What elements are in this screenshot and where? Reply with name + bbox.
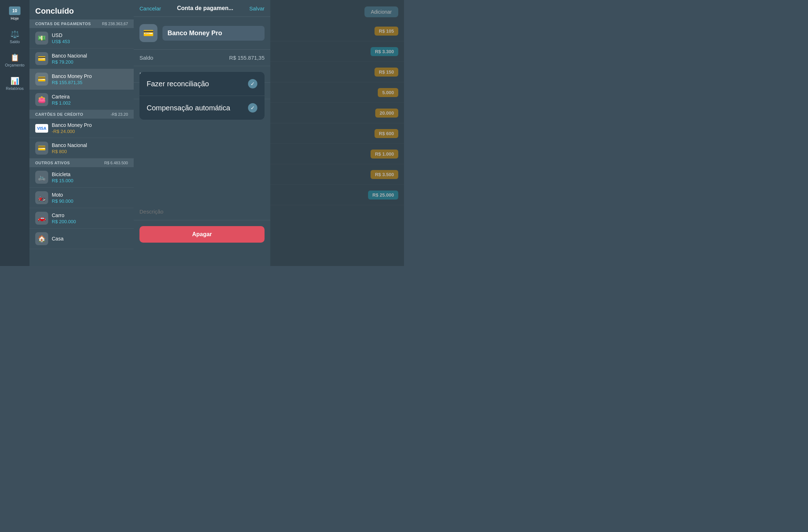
account-bicicleta[interactable]: 🚲 Bicicleta R$ 15.000 bbox=[29, 167, 134, 188]
detail-panel-title: Conta de pagamen... bbox=[177, 5, 233, 12]
today-number: 10 bbox=[12, 9, 17, 13]
account-bicicleta-name: Bicicleta bbox=[52, 171, 73, 177]
account-bn-info: Banco Nacional R$ 79.200 bbox=[52, 53, 87, 65]
orcamento-icon: 📋 bbox=[10, 53, 19, 62]
bicicleta-icon: 🚲 bbox=[35, 171, 48, 184]
account-carro-info: Carro R$ 200.000 bbox=[52, 212, 76, 224]
account-moto-info: Moto R$ 90.000 bbox=[52, 192, 73, 204]
account-usd-balance: US$ 453 bbox=[52, 39, 70, 44]
reconciliacao-check[interactable]: ✓ bbox=[248, 79, 257, 88]
sidebar-item-today[interactable]: 10 Hoje bbox=[2, 4, 27, 23]
sidebar-label-saldo: Saldo bbox=[10, 40, 20, 44]
action-overlay: Fazer reconciliação ✓ Compensação automá… bbox=[139, 72, 265, 120]
sidebar: 10 Hoje ⚖️ Saldo 📋 Orçamento 📊 Relatório… bbox=[0, 0, 29, 266]
section-contas-title: CONTAS DE PAGAMENTOS bbox=[35, 22, 91, 26]
account-usd-info: USD US$ 453 bbox=[52, 32, 70, 44]
account-usd-name: USD bbox=[52, 32, 70, 38]
account-carro-balance: R$ 200.000 bbox=[52, 219, 76, 224]
account-carteira-name: Carteira bbox=[52, 94, 71, 100]
save-button[interactable]: Salvar bbox=[249, 5, 265, 12]
account-bicicleta-balance: R$ 15.000 bbox=[52, 178, 73, 183]
account-bn-credit-info: Banco Nacional R$ 800 bbox=[52, 142, 87, 154]
account-casa-info: Casa bbox=[52, 236, 64, 242]
account-casa[interactable]: 🏠 Casa bbox=[29, 229, 134, 249]
detail-lower: Apagar bbox=[134, 203, 270, 248]
section-cartoes-title: CARTÕES DE CRÉDITO bbox=[35, 112, 83, 116]
account-carro[interactable]: 🚗 Carro R$ 200.000 bbox=[29, 208, 134, 229]
account-carro-name: Carro bbox=[52, 212, 76, 218]
account-bn-credit-name: Banco Nacional bbox=[52, 142, 87, 148]
moto-icon: 🏍️ bbox=[35, 191, 48, 204]
main-area: Concluído CONTAS DE PAGAMENTOS R$ 238.36… bbox=[29, 0, 404, 266]
compensacao-label: Compensação automática bbox=[147, 104, 230, 112]
carteira-icon: 👛 bbox=[35, 93, 48, 106]
account-avatar-icon: 💳 bbox=[139, 24, 157, 42]
saldo-value: R$ 155.871,35 bbox=[229, 55, 265, 61]
detail-header: Cancelar Conta de pagamen... Salvar bbox=[134, 0, 270, 17]
account-bn-balance: R$ 79.200 bbox=[52, 59, 87, 65]
action-compensacao[interactable]: Compensação automática ✓ bbox=[139, 96, 265, 120]
carro-icon: 🚗 bbox=[35, 212, 48, 225]
account-carteira-info: Carteira R$ 1.002 bbox=[52, 94, 71, 106]
section-cartoes-total: -R$ 23.20 bbox=[111, 112, 128, 116]
reconciliacao-label: Fazer reconciliação bbox=[147, 80, 209, 88]
account-bmp-balance: R$ 155.871,35 bbox=[52, 80, 92, 85]
account-bn-credit[interactable]: 💳 Banco Nacional R$ 800 bbox=[29, 138, 134, 159]
section-outros-total: R$ 6.483.500 bbox=[104, 161, 128, 165]
section-contas-total: R$ 238.363,67 bbox=[102, 22, 128, 26]
account-bicicleta-info: Bicicleta R$ 15.000 bbox=[52, 171, 73, 183]
sidebar-item-relatorios[interactable]: 📊 Relatórios bbox=[2, 74, 27, 93]
account-usd[interactable]: 💵 USD US$ 453 bbox=[29, 28, 134, 49]
account-bmp-credit-name: Banco Money Pro bbox=[52, 122, 92, 128]
account-bmp-credit-info: Banco Money Pro -R$ 24.000 bbox=[52, 122, 92, 134]
today-badge: 10 bbox=[9, 6, 20, 15]
account-bmp-credit-balance: -R$ 24.000 bbox=[52, 129, 92, 134]
saldo-label: Saldo bbox=[139, 55, 153, 61]
compensacao-check[interactable]: ✓ bbox=[248, 103, 257, 113]
delete-button[interactable]: Apagar bbox=[139, 226, 265, 243]
banco-nacional-icon: 💳 bbox=[35, 52, 48, 65]
description-field bbox=[134, 203, 270, 220]
sidebar-item-orcamento[interactable]: 📋 Orçamento bbox=[2, 50, 27, 70]
sidebar-label-relatorios: Relatórios bbox=[6, 86, 24, 91]
detail-panel: Cancelar Conta de pagamen... Salvar 💳 Sa… bbox=[134, 0, 270, 266]
account-profile: 💳 bbox=[134, 17, 270, 50]
detail-row-saldo: Saldo R$ 155.871,35 bbox=[134, 50, 270, 66]
action-reconciliacao[interactable]: Fazer reconciliação ✓ bbox=[139, 72, 265, 96]
section-contas-pagamentos: CONTAS DE PAGAMENTOS R$ 238.363,67 bbox=[29, 19, 134, 28]
saldo-icon: ⚖️ bbox=[10, 30, 19, 38]
account-carteira[interactable]: 👛 Carteira R$ 1.002 bbox=[29, 90, 134, 110]
account-casa-name: Casa bbox=[52, 236, 64, 242]
account-bmp-info: Banco Money Pro R$ 155.871,35 bbox=[52, 73, 92, 85]
account-bmp-credit[interactable]: VISA Banco Money Pro -R$ 24.000 bbox=[29, 119, 134, 138]
section-cartoes: CARTÕES DE CRÉDITO -R$ 23.20 bbox=[29, 110, 134, 119]
bmp-credit-icon: VISA bbox=[35, 124, 48, 133]
accounts-header: Concluído bbox=[29, 0, 134, 19]
bn-credit-icon: 💳 bbox=[35, 142, 48, 155]
casa-icon: 🏠 bbox=[35, 232, 48, 245]
account-bn-credit-balance: R$ 800 bbox=[52, 149, 87, 154]
account-bmp-name: Banco Money Pro bbox=[52, 73, 92, 79]
accounts-title: Concluído bbox=[35, 6, 74, 16]
sidebar-item-saldo[interactable]: ⚖️ Saldo bbox=[2, 27, 27, 47]
sidebar-label-orcamento: Orçamento bbox=[5, 63, 24, 67]
bmp-icon: 💳 bbox=[35, 73, 48, 86]
account-banco-nacional[interactable]: 💳 Banco Nacional R$ 79.200 bbox=[29, 49, 134, 69]
cancel-button[interactable]: Cancelar bbox=[139, 5, 161, 12]
account-moto[interactable]: 🏍️ Moto R$ 90.000 bbox=[29, 188, 134, 208]
sidebar-label-today: Hoje bbox=[11, 16, 19, 20]
account-carteira-balance: R$ 1.002 bbox=[52, 100, 71, 106]
transactions-panel: Saldo Adicionar ··· R$ 105 🎁 R$ 3.300 ⚡ … bbox=[134, 0, 404, 266]
account-name-input[interactable] bbox=[162, 26, 265, 41]
account-bn-name: Banco Nacional bbox=[52, 53, 87, 59]
description-input[interactable] bbox=[139, 208, 265, 215]
account-banco-money-pro[interactable]: 💳 Banco Money Pro R$ 155.871,35 bbox=[29, 69, 134, 90]
account-moto-name: Moto bbox=[52, 192, 73, 198]
accounts-panel: Concluído CONTAS DE PAGAMENTOS R$ 238.36… bbox=[29, 0, 134, 266]
usd-icon: 💵 bbox=[35, 32, 48, 45]
account-moto-balance: R$ 90.000 bbox=[52, 198, 73, 204]
relatorios-icon: 📊 bbox=[10, 77, 19, 85]
section-outros-title: OUTROS ATIVOS bbox=[35, 161, 70, 165]
section-outros: OUTROS ATIVOS R$ 6.483.500 bbox=[29, 159, 134, 167]
